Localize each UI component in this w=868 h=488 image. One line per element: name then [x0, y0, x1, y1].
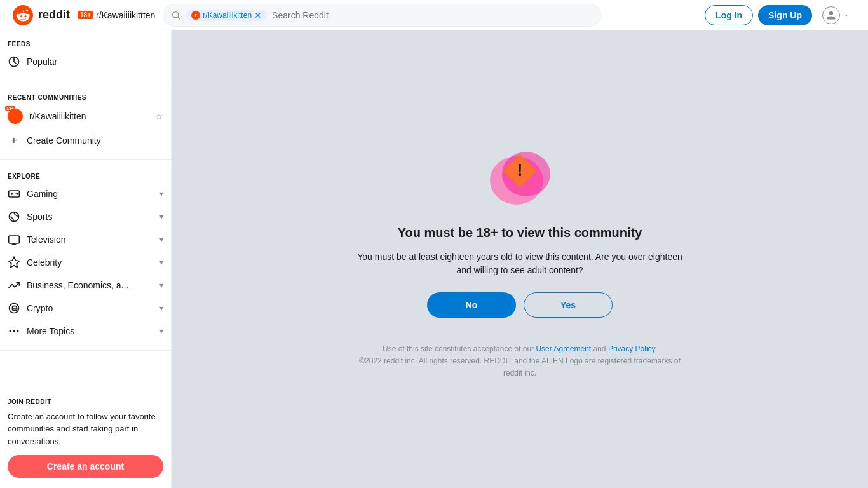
layout: FEEDS Popular RECENT COMMUNITIES 18+ r/K…	[0, 30, 868, 488]
sports-chevron-icon: ▾	[159, 212, 163, 221]
no-button[interactable]: No	[427, 292, 516, 318]
user-agreement-link[interactable]: User Agreement	[536, 344, 591, 353]
plus-icon: +	[8, 134, 20, 147]
chevron-down-icon	[843, 11, 850, 19]
header-actions: Log In Sign Up	[705, 4, 855, 27]
subreddit-badge: 18+ r/Kawaiiiikittten	[78, 10, 155, 20]
yes-button[interactable]: Yes	[524, 292, 613, 318]
community-actions: ☆	[155, 111, 163, 121]
svg-point-10	[17, 330, 18, 332]
popular-label: Popular	[27, 57, 163, 67]
privacy-policy-link[interactable]: Privacy Policy	[608, 344, 655, 353]
svg-text:!: !	[517, 160, 522, 180]
chip-subreddit-icon: r	[191, 11, 200, 20]
signup-button[interactable]: Sign Up	[758, 5, 812, 25]
svg-point-8	[10, 330, 11, 332]
age-gate-card: ! You must be 18+ to view this community…	[329, 114, 710, 405]
join-section: JOIN REDDIT Create an account to follow …	[0, 388, 171, 489]
more-topics-icon	[8, 325, 20, 337]
sidebar-item-more-topics[interactable]: More Topics ▾	[0, 320, 171, 342]
business-icon	[8, 279, 20, 292]
community-item-kawaii[interactable]: 18+ r/Kawaiiiikitten ☆	[0, 104, 171, 129]
recent-communities-label: RECENT COMMUNITIES	[0, 89, 171, 104]
sports-icon	[8, 210, 20, 223]
television-label: Television	[27, 234, 153, 245]
login-button[interactable]: Log In	[705, 5, 753, 25]
gaming-label: Gaming	[27, 189, 153, 199]
celebrity-label: Celebrity	[27, 257, 153, 268]
business-label: Business, Economics, a...	[27, 280, 153, 290]
gaming-icon	[8, 187, 20, 200]
search-input[interactable]	[272, 10, 593, 20]
user-menu[interactable]	[817, 4, 855, 27]
star-icon[interactable]: ☆	[155, 111, 163, 121]
main-content: ! You must be 18+ to view this community…	[172, 30, 868, 488]
feeds-label: FEEDS	[0, 36, 171, 50]
celebrity-chevron-icon: ▾	[159, 258, 163, 267]
warning-svg: !	[482, 139, 558, 215]
explore-section: EXPLORE Gaming ▾	[0, 163, 171, 348]
more-topics-chevron-icon: ▾	[159, 327, 163, 336]
join-title: JOIN REDDIT	[8, 398, 163, 405]
create-community-item[interactable]: + Create Community	[0, 129, 171, 152]
reddit-wordmark: reddit	[38, 8, 70, 22]
television-icon	[8, 233, 20, 246]
sidebar-item-business[interactable]: Business, Economics, a... ▾	[0, 274, 171, 297]
community-age-badge: 18+	[5, 106, 15, 111]
community-name: r/Kawaiiiikitten	[29, 111, 149, 121]
reddit-logo-icon	[13, 5, 33, 25]
footer-text: Use of this site constitutes acceptance …	[355, 343, 685, 380]
business-chevron-icon: ▾	[159, 281, 163, 290]
community-avatar: 18+	[8, 109, 23, 124]
sports-label: Sports	[27, 212, 153, 222]
search-icon	[171, 10, 181, 20]
divider-1	[0, 81, 171, 81]
user-icon	[826, 10, 836, 20]
chip-label: r/Kawaiiiikitten	[203, 11, 252, 20]
search-chip[interactable]: r r/Kawaiiiikitten ✕	[186, 10, 267, 21]
recent-communities-section: RECENT COMMUNITIES 18+ r/Kawaiiiikitten …	[0, 84, 171, 157]
warning-illustration: !	[482, 139, 558, 215]
age-gate-title: You must be 18+ to view this community	[398, 226, 642, 240]
user-avatar-icon	[822, 6, 840, 24]
sidebar-item-television[interactable]: Television ▾	[0, 228, 171, 251]
header: reddit 18+ r/Kawaiiiikittten r r/Kawaiii…	[0, 0, 868, 30]
svg-point-9	[13, 330, 15, 332]
sidebar: FEEDS Popular RECENT COMMUNITIES 18+ r/K…	[0, 30, 172, 488]
divider-3	[0, 350, 171, 351]
crypto-chevron-icon: ▾	[159, 304, 163, 313]
television-chevron-icon: ▾	[159, 235, 163, 244]
chip-close-icon[interactable]: ✕	[254, 11, 262, 20]
sidebar-item-popular[interactable]: Popular	[0, 50, 171, 73]
more-topics-label: More Topics	[27, 326, 153, 336]
create-community-label: Create Community	[27, 135, 163, 146]
gaming-chevron-icon: ▾	[159, 189, 163, 198]
divider-2	[0, 159, 171, 160]
sidebar-item-gaming[interactable]: Gaming ▾	[0, 182, 171, 205]
crypto-icon	[8, 302, 20, 315]
create-account-button[interactable]: Create an account	[8, 455, 163, 478]
age-badge: 18+	[78, 11, 93, 19]
logo[interactable]: reddit	[13, 5, 70, 25]
sidebar-item-celebrity[interactable]: Celebrity ▾	[0, 251, 171, 274]
age-gate-subtitle: You must be at least eighteen years old …	[355, 250, 685, 277]
popular-icon	[8, 55, 20, 68]
search-bar[interactable]: r r/Kawaiiiikitten ✕	[163, 4, 601, 27]
sidebar-item-crypto[interactable]: Crypto ▾	[0, 297, 171, 320]
svg-rect-5	[9, 236, 20, 243]
feeds-section: FEEDS Popular	[0, 30, 171, 78]
join-text: Create an account to follow your favorit…	[8, 410, 163, 448]
sidebar-item-sports[interactable]: Sports ▾	[0, 205, 171, 228]
explore-label: EXPLORE	[0, 168, 171, 182]
age-gate-buttons: No Yes	[427, 292, 613, 318]
subreddit-name: r/Kawaiiiikittten	[96, 10, 155, 20]
svg-marker-6	[9, 257, 20, 268]
celebrity-icon	[8, 256, 20, 269]
crypto-label: Crypto	[27, 303, 153, 313]
